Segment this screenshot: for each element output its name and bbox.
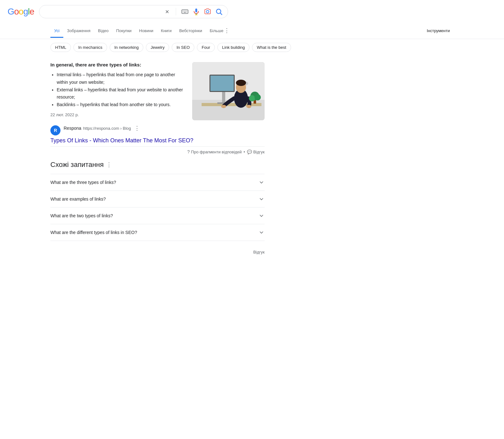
faq-question-1: What are the three types of links? (50, 180, 116, 185)
svg-point-26 (221, 105, 226, 108)
feedback-label: Відгук (253, 150, 265, 154)
chip-html[interactable]: HTML (50, 43, 71, 52)
clear-button[interactable]: ✕ (163, 8, 171, 15)
nav-item-books[interactable]: Книги (157, 25, 175, 38)
chip-mechanics[interactable]: In mechanics (73, 43, 107, 52)
chip-jewelry[interactable]: Jewelry (146, 43, 169, 52)
svg-point-12 (216, 9, 221, 14)
chip-seo[interactable]: In SEO (172, 43, 194, 52)
related-questions-section: Схожі запитання ⋮ What are the three typ… (50, 161, 265, 241)
snippet-text-block: In general, there are three types of lin… (50, 62, 185, 120)
search-icon (215, 8, 223, 15)
svg-point-25 (236, 80, 246, 86)
nav-item-tools[interactable]: Інструменти (423, 25, 454, 38)
chip-four[interactable]: Four (197, 43, 215, 52)
source-name: Respona (64, 126, 81, 131)
source-meta: Respona https://respona.com › Blog ⋮ (64, 125, 140, 131)
nav-more-dots: ⋮ (224, 27, 230, 34)
chevron-down-icon-1 (258, 179, 265, 185)
snippet-item-1: Internal links – hyperlinks that lead fr… (57, 71, 185, 86)
faq-question-4: What are the different types of links in… (50, 230, 137, 235)
snippet-title: In general, there are three types of lin… (50, 62, 185, 67)
snippet-image (192, 62, 265, 120)
bullet-separator: • (243, 150, 245, 154)
chevron-down-icon-2 (258, 196, 265, 202)
about-snippets-link[interactable]: ? Про фрагменти відповідей (187, 149, 242, 154)
keyboard-svg (181, 8, 189, 15)
feedback-link-snippet[interactable]: 💬 Відгук (247, 150, 265, 154)
faq-item-2[interactable]: What are examples of links? (50, 191, 265, 208)
svg-point-31 (255, 94, 261, 100)
chevron-down-icon-3 (258, 213, 265, 219)
camera-icon (204, 8, 211, 15)
nav-item-news[interactable]: Новини (135, 25, 157, 38)
logo-g2: g (23, 7, 28, 17)
svg-rect-16 (202, 103, 261, 106)
keyboard-icon[interactable] (181, 8, 189, 15)
snippet-list: Internal links – hyperlinks that lead fr… (50, 71, 185, 109)
logo-o2: o (19, 7, 23, 17)
feedback-icon: 💬 (247, 150, 252, 154)
search-button[interactable] (215, 8, 223, 15)
search-bar: types of links ✕ (39, 5, 228, 18)
source-more-button[interactable]: ⋮ (134, 125, 140, 131)
camera-button[interactable] (204, 8, 211, 15)
header: Google types of links ✕ (0, 0, 504, 23)
svg-point-30 (249, 95, 255, 101)
nav-item-all[interactable]: Усі (50, 25, 63, 38)
search-nav: Усі Зображення Відео Покупки Новини Книг… (0, 23, 504, 39)
related-title: Схожі запитання ⋮ (50, 161, 265, 169)
mic-button[interactable] (192, 8, 200, 15)
related-title-menu[interactable]: ⋮ (106, 161, 112, 168)
svg-point-27 (246, 105, 251, 108)
svg-rect-8 (195, 9, 197, 12)
nav-item-more[interactable]: Більше ⋮ (206, 23, 233, 39)
snippet-date: 22 лют. 2022 р. (50, 112, 185, 117)
snippet-footer: ? Про фрагменти відповідей • 💬 Відгук (50, 146, 265, 154)
svg-rect-17 (222, 90, 225, 103)
main-content: In general, there are three types of lin… (0, 62, 315, 257)
nav-item-shopping[interactable]: Покупки (112, 25, 135, 38)
snippet-item-3: Backlinks – hyperlinks that lead from an… (57, 101, 185, 109)
related-title-text: Схожі запитання (50, 161, 104, 169)
about-snippets-label: Про фрагменти відповідей (191, 150, 242, 154)
chevron-down-icon-4 (258, 229, 265, 236)
faq-question-3: What are the two types of links? (50, 213, 113, 218)
snippet-image-svg (192, 62, 265, 120)
featured-snippet: In general, there are three types of lin… (50, 62, 265, 120)
svg-rect-20 (210, 76, 234, 91)
nav-more-label: Більше (210, 28, 223, 33)
search-icon-group: ✕ (163, 8, 223, 15)
search-input[interactable]: types of links (44, 9, 161, 14)
source-avatar: R (50, 125, 60, 135)
bottom-feedback-row: Відгук (50, 247, 265, 257)
source-info: Respona https://respona.com › Blog ⋮ (64, 125, 140, 131)
google-logo[interactable]: Google (8, 7, 34, 17)
svg-line-13 (220, 13, 222, 15)
nav-item-images[interactable]: Зображення (63, 25, 94, 38)
result-link[interactable]: Types Of Links - Which Ones Matter The M… (50, 137, 265, 144)
snippet-item-2: External links – hyperlinks that lead fr… (57, 86, 185, 101)
faq-item-3[interactable]: What are the two types of links? (50, 208, 265, 224)
filter-chips: HTML In mechanics In networking Jewelry … (0, 39, 504, 56)
nav-item-video[interactable]: Відео (94, 25, 112, 38)
logo-g: G (8, 7, 14, 17)
faq-item-1[interactable]: What are the three types of links? (50, 174, 265, 191)
chip-link-building[interactable]: Link building (217, 43, 249, 52)
svg-rect-0 (182, 10, 188, 14)
chip-networking[interactable]: In networking (110, 43, 143, 52)
vertical-divider (176, 8, 176, 15)
bottom-feedback-link[interactable]: Відгук (253, 250, 265, 254)
result-source: R Respona https://respona.com › Blog ⋮ (50, 125, 265, 135)
source-url: https://respona.com › Blog (83, 126, 131, 131)
question-icon: ? (187, 149, 190, 154)
faq-question-2: What are examples of links? (50, 197, 106, 202)
logo-o1: o (14, 7, 19, 17)
nav-item-webpages[interactable]: Вебсторінки (175, 25, 206, 38)
faq-item-4[interactable]: What are the different types of links in… (50, 224, 265, 241)
mic-icon (192, 8, 200, 15)
svg-point-11 (206, 10, 209, 13)
chip-what-is-best[interactable]: What is the best (252, 43, 291, 52)
logo-e: e (30, 7, 34, 17)
